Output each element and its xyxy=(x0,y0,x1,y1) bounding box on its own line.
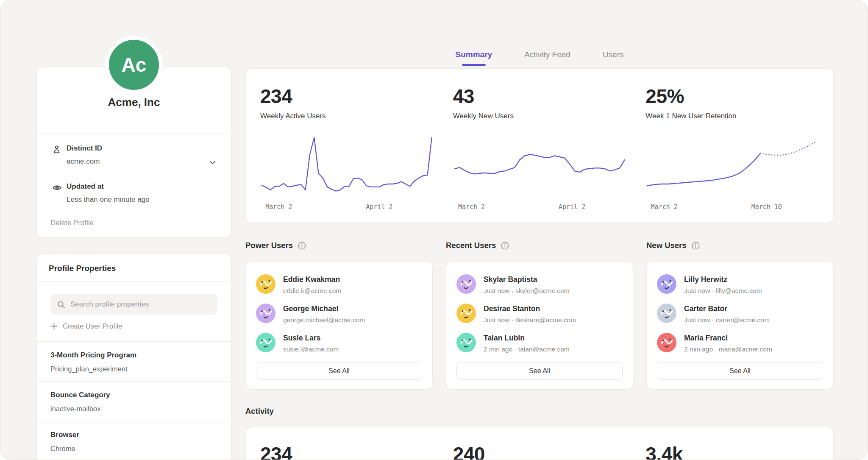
metric-label: Week 1 New User Retention xyxy=(645,112,819,120)
user-avatar xyxy=(456,274,476,294)
property-name: Bounce Category xyxy=(50,391,217,399)
section-header: New Users xyxy=(646,240,834,251)
section-title: Recent Users xyxy=(446,241,496,250)
app-window: Ac Acme, Inc Distinct IDacme.comUpdated … xyxy=(0,0,868,460)
metric-value: 234 xyxy=(260,86,434,106)
search-profile-properties-box[interactable] xyxy=(50,294,217,315)
metric-value: 43 xyxy=(453,86,626,106)
user-name: Eddie Kwakman xyxy=(283,274,341,284)
see-all-button[interactable]: See All xyxy=(456,362,623,380)
tab-label: Activity Feed xyxy=(524,50,570,59)
user-meta: 2 min ago · maria@acme.com xyxy=(684,345,772,353)
user-name: Carter Bator xyxy=(684,304,770,313)
user-name: Susie Lars xyxy=(283,333,339,343)
user-avatar xyxy=(256,304,275,323)
user-avatar xyxy=(657,304,676,323)
info-icon[interactable] xyxy=(501,241,509,250)
property-name: Browser xyxy=(50,431,217,439)
sparkline-chart xyxy=(260,132,434,198)
property-row-browser[interactable]: BrowserChrome xyxy=(37,421,231,460)
section-new-users: New UsersLilly HerwitzJust now · lilly@a… xyxy=(646,240,834,390)
section-title: Power Users xyxy=(245,241,293,250)
profile-sidebar: Ac Acme, Inc Distinct IDacme.comUpdated … xyxy=(36,0,231,460)
property-value: Pricing_plan_experiment xyxy=(50,365,217,373)
metric-value: 25% xyxy=(645,86,819,106)
x-tick: March 2 xyxy=(265,203,292,211)
sparkline-chart xyxy=(645,132,819,198)
user-avatar xyxy=(456,333,476,352)
chevron-down-icon[interactable] xyxy=(209,159,216,166)
property-row-3-month-pricing-program[interactable]: 3-Month Pricing ProgramPricing_plan_expe… xyxy=(37,341,231,381)
user-list-card: Skylar BaptistaJust now · skyler@acme.co… xyxy=(446,261,633,390)
profile-properties-card: Profile Properties Create User Profile 3… xyxy=(36,254,231,460)
info-icon[interactable] xyxy=(691,241,700,250)
list-item-maria-franci[interactable]: Maria Franci2 min ago · maria@acme.com xyxy=(657,333,823,353)
see-all-button[interactable]: See All xyxy=(256,362,422,380)
metric-block-weekly-new-users: 43Weekly New UsersMarch 2April 2 xyxy=(453,86,626,212)
activity-stat: 3.4k xyxy=(645,444,819,460)
section-power-users: Power UsersEddie Kwakmaneddie.k@acme.com… xyxy=(245,240,433,390)
tab-activity-feed[interactable]: Activity Feed xyxy=(524,50,570,68)
see-all-button[interactable]: See All xyxy=(657,362,823,380)
property-row-bounce-category[interactable]: Bounce Categoryinactive-mailbox xyxy=(37,381,231,421)
user-meta: george.michael@acme.com xyxy=(283,316,365,324)
activity-stat-block: 234 xyxy=(260,444,434,460)
list-item-talan-lubin[interactable]: Talan Lubin2 min ago · talan@acme.com xyxy=(456,333,623,353)
property-name: 3-Month Pricing Program xyxy=(50,351,217,360)
tab-label: Users xyxy=(603,50,624,59)
property-value: inactive-mailbox xyxy=(50,404,217,413)
info-icon[interactable] xyxy=(298,241,306,250)
user-meta: Just now · desirare@acme.com xyxy=(484,316,576,324)
plus-icon xyxy=(50,323,58,330)
list-item-lilly-herwitz[interactable]: Lilly HerwitzJust now · lilly@acme.com xyxy=(657,274,823,295)
user-meta: eddie.k@acme.com xyxy=(283,287,341,295)
x-axis: March 2April 2 xyxy=(260,203,434,212)
x-tick: March 10 xyxy=(751,203,782,211)
create-user-profile-label: Create User Profile xyxy=(63,322,122,330)
profile-field-distinct-id[interactable]: Distinct IDacme.com xyxy=(37,134,231,172)
list-item-george-michael[interactable]: George Michaelgeorge.michael@acme.com xyxy=(256,304,422,324)
property-value: Chrome xyxy=(50,444,217,453)
field-value: acme.com xyxy=(67,157,102,166)
active-tab-underline xyxy=(462,64,486,66)
delete-profile-button[interactable]: Delete Profile xyxy=(37,210,231,237)
tab-bar: SummaryActivity FeedUsers xyxy=(245,0,834,68)
tab-label: Summary xyxy=(456,50,492,59)
field-value: Less than one minute ago xyxy=(67,195,150,204)
x-axis: March 2March 10 xyxy=(645,203,819,212)
activity-section: Activity 2342403.4k xyxy=(245,407,834,460)
list-item-desirae-stanton[interactable]: Desirae StantonJust now · desirare@acme.… xyxy=(456,304,623,324)
list-item-skylar-baptista[interactable]: Skylar BaptistaJust now · skyler@acme.co… xyxy=(456,274,623,295)
field-label: Distinct ID xyxy=(67,144,102,153)
metric-block-weekly-active-users: 234Weekly Active UsersMarch 2April 2 xyxy=(260,86,434,212)
user-lists-row: Power UsersEddie Kwakmaneddie.k@acme.com… xyxy=(245,240,834,390)
list-item-eddie-kwakman[interactable]: Eddie Kwakmaneddie.k@acme.com xyxy=(256,274,422,295)
x-tick: March 2 xyxy=(458,203,485,211)
user-name: Maria Franci xyxy=(684,333,772,343)
user-meta: Just now · skyler@acme.com xyxy=(484,287,570,295)
search-input[interactable] xyxy=(70,300,211,309)
user-meta: Just now · carter@acme.com xyxy=(684,316,770,324)
user-avatar xyxy=(256,333,275,352)
user-avatar xyxy=(657,333,676,352)
user-meta: susie.l@acme.com xyxy=(283,345,339,353)
metric-block-week-1-new-user-retention: 25%Week 1 New User RetentionMarch 2March… xyxy=(645,86,819,212)
metric-label: Weekly New Users xyxy=(453,112,626,120)
tab-summary[interactable]: Summary xyxy=(456,50,492,68)
create-user-profile-button[interactable]: Create User Profile xyxy=(50,322,217,330)
section-recent-users: Recent UsersSkylar BaptistaJust now · sk… xyxy=(446,240,633,390)
list-item-carter-bator[interactable]: Carter BatorJust now · carter@acme.com xyxy=(657,304,823,324)
list-item-susie-lars[interactable]: Susie Larssusie.l@acme.com xyxy=(256,333,422,353)
metric-label: Weekly Active Users xyxy=(260,112,434,120)
section-header: Recent Users xyxy=(446,240,633,251)
activity-title: Activity xyxy=(245,407,834,416)
tab-users[interactable]: Users xyxy=(603,50,624,68)
profile-field-updated-at[interactable]: Updated atLess than one minute ago xyxy=(37,172,231,210)
user-name: Desirae Stanton xyxy=(484,304,576,313)
user-avatar xyxy=(657,274,676,294)
main-content: SummaryActivity FeedUsers 234Weekly Acti… xyxy=(245,0,834,460)
activity-card: 2342403.4k xyxy=(245,427,834,460)
user-name: Talan Lubin xyxy=(484,333,570,343)
x-tick: March 2 xyxy=(651,203,678,211)
field-label: Updated at xyxy=(67,182,150,191)
